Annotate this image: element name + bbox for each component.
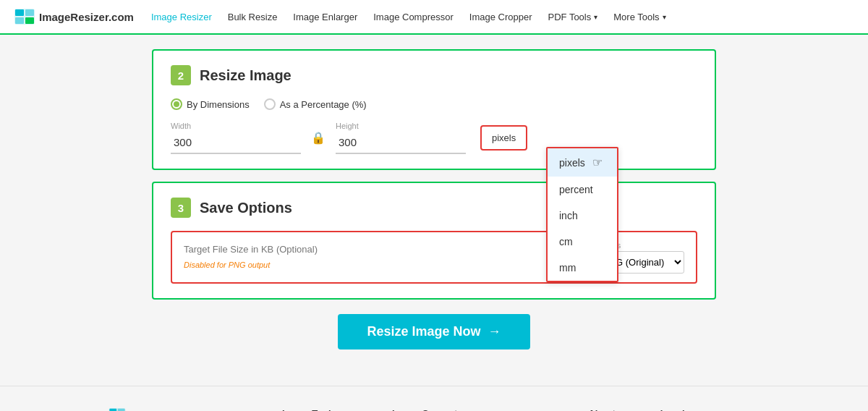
- nav-image-enlarger[interactable]: Image Enlarger: [293, 12, 357, 22]
- logo-text: ImageResizer.com: [39, 11, 134, 23]
- nav-image-cropper[interactable]: Image Cropper: [469, 12, 532, 22]
- section2-header: 2 Resize Image: [171, 65, 697, 85]
- footer-col-image-tools: Image Tools Image Resize Bulk Image Resi…: [282, 408, 356, 411]
- resize-now-button[interactable]: Resize Image Now →: [338, 314, 529, 349]
- svg-rect-2: [25, 9, 34, 16]
- save-options-section: 3 Save Options Disabled for PNG output S…: [152, 182, 716, 300]
- resize-button-wrap: Resize Image Now →: [152, 314, 716, 349]
- unit-percent-label: percent: [559, 184, 593, 195]
- unit-option-percent[interactable]: percent: [548, 177, 617, 203]
- cursor-icon: ☞: [592, 156, 603, 169]
- svg-rect-1: [15, 9, 24, 16]
- target-file-size-group: Disabled for PNG output: [184, 241, 580, 269]
- unit-mm-label: mm: [559, 262, 576, 274]
- footer-brand: ImageResizer.com © 2013 - 2022 Imageresi…: [109, 408, 239, 411]
- height-label: Height: [336, 122, 466, 130]
- footer-col-image-tools-heading: Image Tools: [282, 408, 356, 411]
- radio-as-percentage[interactable]: As a Percentage (%): [264, 98, 367, 110]
- nav-bulk-resize[interactable]: Bulk Resize: [228, 12, 278, 22]
- section2-title: Resize Image: [200, 67, 292, 84]
- logo[interactable]: ImageResizer.com: [14, 9, 134, 25]
- unit-cm-label: cm: [559, 236, 573, 247]
- unit-option-inch[interactable]: inch: [548, 203, 617, 229]
- footer-logo-icon: [109, 408, 126, 411]
- footer-columns: Image Tools Image Resize Bulk Image Resi…: [282, 408, 760, 411]
- nav-more-tools[interactable]: More Tools: [613, 12, 665, 22]
- radio-as-percentage-label: As a Percentage (%): [280, 99, 367, 110]
- footer-col-converters-2: webp to jpg png to jpg png to ico: [508, 408, 552, 411]
- radio-by-dimensions-label: By Dimensions: [187, 99, 250, 110]
- section3-number: 3: [171, 198, 191, 218]
- resize-button-arrow: →: [488, 324, 501, 339]
- width-label: Width: [171, 122, 301, 130]
- width-input-group: Width: [171, 122, 301, 154]
- unit-pixels-label: pixels: [559, 157, 585, 169]
- section3-title: Save Options: [200, 200, 292, 216]
- footer-col-about: About Contact About Us: [588, 408, 624, 411]
- unit-option-mm[interactable]: mm: [548, 255, 617, 281]
- unit-option-pixels[interactable]: pixels ☞: [548, 148, 617, 177]
- main-content: 2 Resize Image By Dimensions As a Percen…: [137, 35, 731, 386]
- footer-col-image-converters: Image Converters heic-to-jpg png convert…: [392, 408, 472, 411]
- resize-button-label: Resize Image Now: [367, 324, 480, 339]
- nav-image-compressor[interactable]: Image Compressor: [373, 12, 454, 22]
- target-file-size-input[interactable]: [184, 241, 580, 258]
- footer-logo[interactable]: ImageResizer.com: [109, 408, 239, 411]
- nav-pdf-tools[interactable]: PDF Tools: [548, 12, 598, 22]
- unit-inch-label: inch: [559, 210, 578, 221]
- footer-inner: ImageResizer.com © 2013 - 2022 Imageresi…: [109, 408, 760, 411]
- radio-as-percentage-circle: [264, 98, 276, 110]
- resize-image-section: 2 Resize Image By Dimensions As a Percen…: [152, 49, 716, 170]
- footer-col-converters-2-heading: [508, 408, 552, 411]
- section2-number: 2: [171, 65, 191, 85]
- main-nav: Image Resizer Bulk Resize Image Enlarger…: [151, 12, 854, 22]
- unit-dropdown-button[interactable]: pixels: [480, 125, 527, 151]
- width-input[interactable]: [171, 132, 301, 154]
- radio-by-dimensions[interactable]: By Dimensions: [171, 98, 250, 110]
- lock-icon: 🔒: [311, 131, 326, 145]
- height-input[interactable]: [336, 132, 466, 154]
- unit-option-cm[interactable]: cm: [548, 229, 617, 255]
- radio-by-dimensions-circle: [171, 98, 182, 110]
- height-input-group: Height: [336, 122, 466, 154]
- resize-mode-radio-group: By Dimensions As a Percentage (%): [171, 98, 697, 110]
- nav-image-resizer[interactable]: Image Resizer: [151, 12, 212, 22]
- svg-rect-3: [15, 17, 24, 24]
- unit-dropdown-menu[interactable]: pixels ☞ percent inch cm mm: [546, 147, 618, 282]
- footer-logo-text: ImageResizer.com: [132, 409, 226, 412]
- footer-col-about-heading: About: [588, 408, 624, 411]
- footer-col-legal: Legal Privacy Terms of Service: [660, 408, 725, 411]
- logo-icon: [14, 9, 35, 25]
- footer-col-image-converters-heading: Image Converters: [392, 408, 472, 411]
- site-header: ImageResizer.com Image Resizer Bulk Resi…: [0, 0, 868, 35]
- footer-col-legal-heading: Legal: [660, 408, 725, 411]
- disabled-note: Disabled for PNG output: [184, 260, 580, 269]
- site-footer: ImageResizer.com © 2013 - 2022 Imageresi…: [0, 386, 868, 411]
- svg-rect-4: [25, 17, 34, 24]
